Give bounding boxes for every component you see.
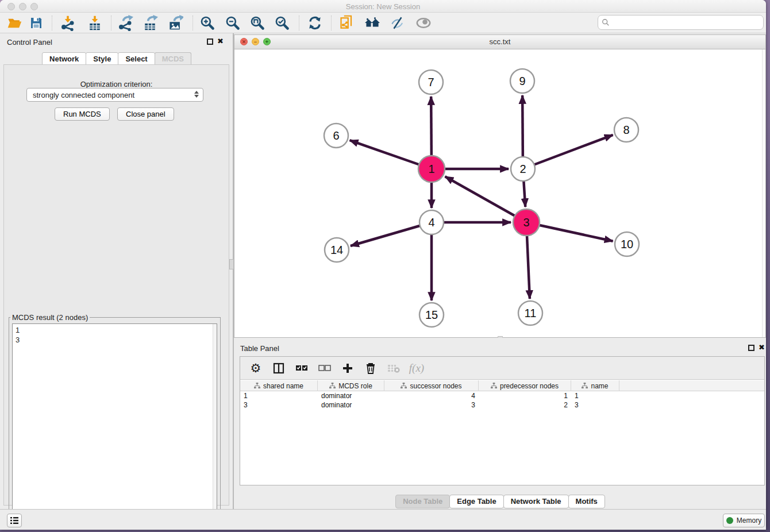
export-table-icon[interactable] — [141, 14, 159, 32]
mcds-result-group: MCDS result (2 nodes) 1 3 — [9, 313, 221, 529]
delete-column-icon[interactable] — [363, 361, 378, 376]
deselect-all-icon[interactable] — [317, 361, 332, 376]
result-scrollbar[interactable] — [213, 324, 217, 528]
table-cell[interactable]: 3 — [571, 400, 619, 410]
network-window-titlebar: ✕ − + scc.txt — [234, 35, 765, 49]
table-cell[interactable]: 3 — [240, 400, 318, 410]
table-panel: Table Panel ✖ ⚙ — [234, 338, 766, 509]
svg-text:7: 7 — [428, 76, 434, 88]
home-icon[interactable] — [364, 14, 381, 32]
column-header-predecessor-nodes[interactable]: predecessor nodes — [479, 380, 571, 391]
graph-node-9[interactable]: 9 — [510, 69, 534, 93]
table-cell[interactable]: 2 — [479, 400, 571, 410]
control-panel: Control Panel ✖ NetworkStyleSelectMCDS O… — [0, 33, 233, 509]
graph-node-3[interactable]: 3 — [513, 209, 540, 236]
export-image-icon[interactable] — [167, 14, 184, 32]
table-cell[interactable]: dominator — [318, 391, 384, 400]
graph-node-1[interactable]: 1 — [418, 156, 445, 182]
export-network-icon[interactable] — [117, 14, 134, 32]
table-cell[interactable]: 1 — [240, 391, 318, 400]
svg-text:6: 6 — [333, 129, 339, 142]
select-chevrons-icon — [194, 91, 199, 98]
memory-status-icon — [726, 517, 733, 524]
show-panel-icon[interactable] — [415, 14, 432, 32]
panel-splitter-handle[interactable] — [229, 259, 234, 269]
graph-node-11[interactable]: 11 — [518, 301, 542, 325]
apply-layout-icon[interactable] — [306, 14, 324, 32]
status-bar: Memory — [0, 509, 766, 530]
network-scrollbar[interactable] — [762, 49, 765, 337]
memory-button[interactable]: Memory — [723, 514, 765, 527]
table-cell[interactable]: dominator — [318, 400, 384, 410]
edge-3-1[interactable] — [445, 176, 526, 222]
table-columns-icon[interactable] — [271, 361, 286, 376]
table-header-row: shared nameMCDS rolesuccessor nodesprede… — [240, 380, 764, 391]
table-tabs: Node TableEdge TableNetwork TableMotifs — [234, 495, 766, 508]
column-header-successor-nodes[interactable]: successor nodes — [384, 380, 479, 391]
column-header-shared-name[interactable]: shared name — [240, 380, 318, 391]
run-mcds-button[interactable]: Run MCDS — [55, 107, 110, 121]
node-table-container: ⚙ f(x) — [240, 356, 765, 485]
node-table: shared nameMCDS rolesuccessor nodesprede… — [240, 380, 764, 410]
table-toolbar: ⚙ f(x) — [240, 357, 764, 380]
select-all-icon[interactable] — [294, 361, 309, 376]
list-icon — [10, 516, 19, 525]
criterion-value: strongly connected component — [33, 91, 134, 99]
add-column-icon[interactable] — [340, 361, 355, 376]
table-cell[interactable]: 1 — [479, 391, 571, 400]
delete-table-icon — [386, 361, 401, 376]
tab-edge-table[interactable]: Edge Table — [449, 495, 503, 508]
hide-panel-icon[interactable] — [389, 14, 406, 32]
network-canvas[interactable]: 7968124314101511 — [234, 49, 765, 337]
table-settings-icon[interactable]: ⚙ — [248, 361, 263, 376]
search-box[interactable] — [598, 15, 764, 30]
clone-network-icon[interactable] — [338, 14, 356, 32]
import-table-icon[interactable] — [86, 14, 103, 32]
task-history-button[interactable] — [7, 514, 22, 527]
table-close-icon[interactable]: ✖ — [759, 343, 765, 352]
tab-network-table[interactable]: Network Table — [503, 495, 569, 508]
table-cell[interactable]: 1 — [571, 391, 619, 400]
import-network-icon[interactable] — [59, 14, 76, 32]
table-cell[interactable]: 4 — [384, 391, 479, 400]
svg-text:4: 4 — [428, 216, 434, 229]
save-session-icon[interactable] — [28, 14, 45, 32]
zoom-fit-icon[interactable] — [249, 14, 266, 32]
graph-node-10[interactable]: 10 — [615, 232, 639, 256]
close-panel-button[interactable]: Close panel — [117, 107, 174, 121]
graph-node-6[interactable]: 6 — [324, 124, 348, 148]
open-session-icon[interactable] — [6, 14, 23, 32]
mcds-result-text[interactable]: 1 3 — [12, 323, 217, 529]
edge-2-8[interactable] — [523, 135, 613, 169]
main-toolbar — [0, 13, 766, 33]
graph-node-15[interactable]: 15 — [419, 303, 444, 327]
zoom-in-icon[interactable] — [199, 14, 216, 32]
table-row[interactable]: 3dominator323 — [240, 400, 764, 410]
svg-text:15: 15 — [425, 309, 438, 321]
table-float-icon[interactable] — [748, 345, 754, 351]
graph-node-7[interactable]: 7 — [419, 70, 443, 94]
network-view-window: ✕ − + scc.txt 7968124314101511 — [234, 34, 766, 338]
graph-node-4[interactable]: 4 — [419, 210, 444, 234]
graph-node-8[interactable]: 8 — [614, 118, 638, 142]
criterion-select[interactable]: strongly connected component — [26, 88, 203, 102]
zoom-out-icon[interactable] — [224, 14, 241, 32]
close-panel-icon[interactable]: ✖ — [217, 37, 224, 45]
tab-node-table[interactable]: Node Table — [395, 495, 450, 508]
float-panel-icon[interactable] — [207, 38, 213, 45]
tab-motifs[interactable]: Motifs — [568, 495, 605, 508]
zoom-selected-icon[interactable] — [274, 14, 291, 32]
search-input[interactable] — [612, 17, 763, 28]
search-icon — [602, 18, 610, 26]
graph-node-2[interactable]: 2 — [511, 157, 535, 181]
table-cell[interactable]: 3 — [384, 400, 479, 410]
mcds-panel: Optimization criterion: strongly connect… — [3, 64, 229, 506]
column-header-name[interactable]: name — [571, 380, 619, 391]
svg-text:3: 3 — [523, 216, 529, 229]
column-header-MCDS-role[interactable]: MCDS role — [318, 380, 384, 391]
svg-text:1: 1 — [428, 163, 434, 175]
table-row[interactable]: 1dominator411 — [240, 391, 764, 400]
graph-node-14[interactable]: 14 — [325, 238, 349, 262]
table-panel-title: Table Panel — [240, 344, 279, 353]
svg-text:8: 8 — [623, 124, 629, 136]
